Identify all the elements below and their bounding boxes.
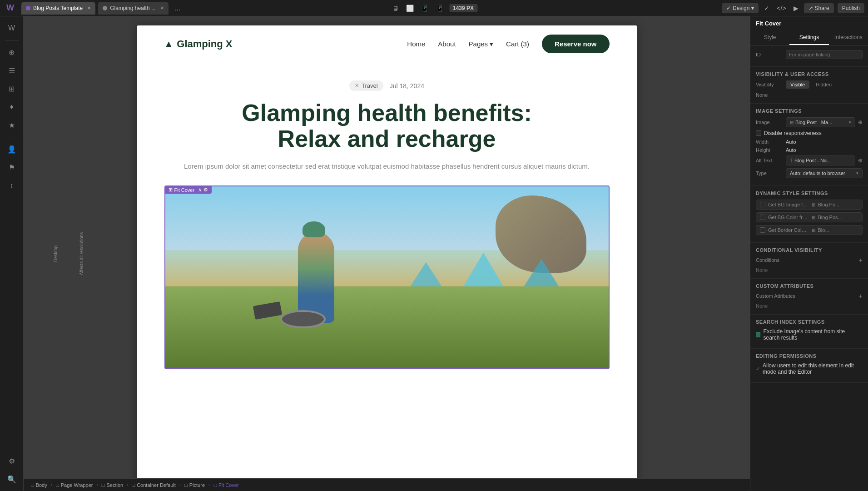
sidebar-icon-user[interactable]: 👤 xyxy=(3,141,21,157)
nav-cart[interactable]: Cart (3) xyxy=(506,40,529,48)
get-bg-image-row[interactable]: Get BG Image from ⊞ Blog Po... xyxy=(756,200,863,210)
image-inner xyxy=(165,186,609,368)
alt-text-label: Alt Text xyxy=(756,158,783,163)
topbar-right: ✓ Design ▾ ✓ </> ▶ ↗ Share Publish xyxy=(722,3,864,13)
vis-hidden-button[interactable]: Hidden xyxy=(811,80,836,89)
share-button[interactable]: ↗ Share xyxy=(804,3,834,13)
image-dropdown-icon: ⊞ xyxy=(790,120,794,125)
get-bg-color-value: Blog Pos... xyxy=(818,215,859,220)
vis-visible-button[interactable]: Visible xyxy=(786,80,809,89)
editing-permissions-checkmark: ✓ xyxy=(756,366,760,372)
rs-visibility-section: Visibility & user access Visibility Visi… xyxy=(750,67,868,104)
fit-cover-label: ⊞ Fit Cover ∧ ⚙ xyxy=(165,186,212,194)
disable-responsiveness-checkbox[interactable] xyxy=(756,130,761,136)
breadcrumb-fc-label: Fit Cover xyxy=(218,482,239,488)
image-dropdown[interactable]: ⊞ Blog Post - Ma... ▾ xyxy=(786,117,855,127)
sidebar-icon-settings[interactable]: ⚙ xyxy=(3,453,21,469)
custom-attrs-add-button[interactable]: + xyxy=(859,292,863,300)
design-label: Design xyxy=(733,5,749,11)
nav-home[interactable]: Home xyxy=(407,40,425,48)
search-index-checkbox[interactable] xyxy=(756,332,760,337)
tab-style[interactable]: Style xyxy=(750,30,789,45)
tab-blog-posts-template[interactable]: Blog Posts Template ✕ xyxy=(21,2,95,15)
id-label: ID xyxy=(756,52,783,57)
tag-label: Travel xyxy=(362,82,378,89)
tablet-landscape-icon[interactable]: ⬜ xyxy=(404,4,416,13)
sidebar-icon-layers[interactable]: ☰ xyxy=(3,62,21,79)
visibility-label: Visibility xyxy=(756,82,783,87)
alt-text-gear-icon[interactable]: ⊕ xyxy=(858,157,863,164)
affects-all-resolutions-label: Affects all resolutions xyxy=(79,232,84,275)
sidebar-icon-search[interactable]: 🔍 xyxy=(3,471,21,487)
width-row: Width Auto xyxy=(756,139,863,145)
checkmark-icon[interactable]: ✓ xyxy=(762,4,771,13)
mobile-icon[interactable]: 📱 xyxy=(434,4,446,13)
type-label: Type xyxy=(756,170,783,176)
get-border-color-checkbox[interactable] xyxy=(760,227,765,233)
breadcrumb-container[interactable]: □ Container Default xyxy=(129,481,179,489)
custom-attrs-none: None xyxy=(756,302,863,310)
tablet-portrait-icon[interactable]: 📱 xyxy=(419,4,431,13)
breadcrumb-container-icon: □ xyxy=(132,482,135,488)
sidebar-icon-w[interactable]: W xyxy=(3,20,21,36)
reserve-now-button[interactable]: Reserve now xyxy=(542,35,610,53)
conditions-row: Conditions + xyxy=(756,256,863,264)
blog-hero-image xyxy=(165,186,609,368)
site-logo: ▲ Glamping X xyxy=(164,38,233,50)
logo-icon: ▲ xyxy=(164,39,174,49)
sidebar-icon-star[interactable]: ★ xyxy=(3,117,21,133)
breadcrumb-section[interactable]: □ Section xyxy=(98,481,127,489)
sidebar-icon-add[interactable]: ⊕ xyxy=(3,44,21,60)
image-gear-icon[interactable]: ⊕ xyxy=(858,119,863,125)
id-input[interactable] xyxy=(786,50,863,59)
alt-text-dropdown[interactable]: T Blog Post - Na... xyxy=(786,155,855,165)
design-button[interactable]: ✓ Design ▾ xyxy=(722,3,759,13)
nav-pages[interactable]: Pages ▾ xyxy=(469,40,494,48)
height-row: Height Auto xyxy=(756,147,863,153)
tab-glamping-health[interactable]: Glamping health ... ✕ xyxy=(98,2,169,15)
tab-settings[interactable]: Settings xyxy=(789,30,828,45)
conditions-add-button[interactable]: + xyxy=(859,256,863,264)
get-border-color-row[interactable]: Get Border Color from ⊞ Blo... xyxy=(756,225,863,235)
search-index-label: Exclude Image's content from site search… xyxy=(763,328,863,341)
custom-attrs-section-title: Custom attributes xyxy=(756,283,863,289)
breadcrumb-pw-icon: □ xyxy=(56,482,59,488)
breadcrumb-section-label: Section xyxy=(106,482,123,488)
blog-date: Jul 18, 2024 xyxy=(390,82,424,90)
tab-close-2[interactable]: ✕ xyxy=(160,5,164,10)
helmet xyxy=(303,221,325,237)
fit-cover-up-icon[interactable]: ∧ xyxy=(198,187,202,193)
code-icon[interactable]: </> xyxy=(775,4,788,13)
disable-responsiveness-label: Disable responsiveness xyxy=(764,130,822,136)
tab-interactions[interactable]: Interactions xyxy=(829,30,868,45)
sidebar-icon-diamond[interactable]: ♦ xyxy=(3,99,21,115)
breadcrumb-body[interactable]: □ Body xyxy=(27,481,51,489)
rs-search-index-section: Search index settings Exclude Image's co… xyxy=(750,315,868,349)
get-bg-image-label: Get BG Image from xyxy=(768,202,809,207)
get-bg-image-value: Blog Po... xyxy=(818,202,859,207)
sidebar-icon-flag[interactable]: ⚑ xyxy=(3,159,21,175)
nav-about[interactable]: About xyxy=(438,40,456,48)
sidebar-icon-arrows[interactable]: ↕ xyxy=(3,177,21,194)
sidebar-icon-grid[interactable]: ⊞ xyxy=(3,80,21,97)
play-icon[interactable]: ▶ xyxy=(792,4,800,13)
tab-close[interactable]: ✕ xyxy=(87,5,91,10)
breadcrumb-picture-label: Picture xyxy=(189,482,205,488)
publish-button[interactable]: Publish xyxy=(838,3,864,13)
get-bg-color-checkbox[interactable] xyxy=(760,215,765,220)
breadcrumb-picture[interactable]: □ Picture xyxy=(181,481,208,489)
get-bg-image-checkbox[interactable] xyxy=(760,202,765,207)
app-logo[interactable]: W xyxy=(4,3,17,13)
resolution-display: 1439 PX xyxy=(449,4,477,12)
fit-cover-settings-icon[interactable]: ⚙ xyxy=(203,187,208,193)
desktop-icon[interactable]: 🖥 xyxy=(391,4,401,13)
type-dropdown[interactable]: Auto: defaults to browser ▾ xyxy=(786,168,863,178)
page-canvas: ▲ Glamping X Home About Pages ▾ Cart (3)… xyxy=(137,25,637,482)
search-index-row: Exclude Image's content from site search… xyxy=(756,328,863,341)
breadcrumb-fit-cover[interactable]: □ Fit Cover xyxy=(210,481,242,489)
fit-cover-element[interactable]: ⊞ Fit Cover ∧ ⚙ xyxy=(164,185,610,369)
breadcrumb-pw-label: Page Wrapper xyxy=(61,482,93,488)
tabs-overflow[interactable]: ... xyxy=(175,5,180,12)
breadcrumb-page-wrapper[interactable]: □ Page Wrapper xyxy=(52,481,96,489)
get-bg-color-row[interactable]: Get BG Color from ⊞ Blog Pos... xyxy=(756,212,863,222)
